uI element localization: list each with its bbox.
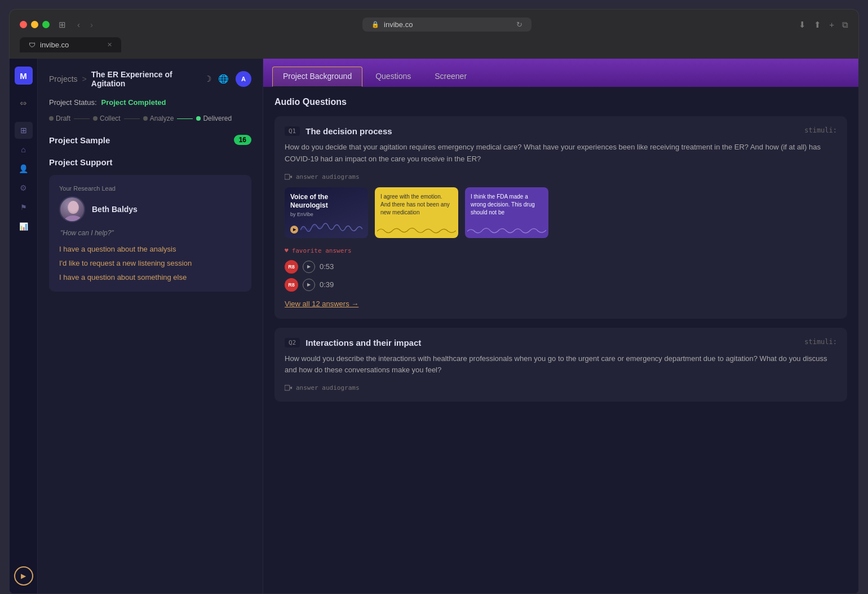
favorite-entry-1: R8 ▶ 0:53 (285, 260, 837, 274)
address-bar[interactable]: 🔒 invibe.co ↻ (362, 17, 532, 32)
tab-project-background[interactable]: Project Background (272, 67, 362, 87)
maximize-window-button[interactable] (42, 21, 50, 28)
globe-icon[interactable]: 🌐 (218, 74, 229, 84)
moon-icon[interactable]: ☽ (204, 74, 211, 84)
q2-stimuli: stimuli: (804, 338, 837, 346)
share-icon[interactable]: ⬆ (814, 20, 821, 30)
breadcrumb: Projects > The ER Experience of Agitatio… (49, 70, 251, 88)
project-support-section: Project Support Your Research Lead Beth … (49, 157, 251, 292)
project-status-row: Project Status: Project Completed (49, 98, 251, 107)
heart-icon: ♥ (285, 247, 289, 254)
research-lead-label: Your Research Lead (59, 185, 241, 192)
progress-steps: Draft Collect Analyze Delivered (49, 115, 251, 122)
link-question-analysis[interactable]: I have a question about the analysis (59, 245, 241, 253)
svg-rect-5 (285, 385, 290, 390)
breadcrumb-current: The ER Experience of Agitation (91, 70, 200, 88)
close-window-button[interactable] (20, 21, 27, 28)
q1-title: The decision process (305, 126, 392, 136)
q1-audiograms-label: answer audiograms (285, 173, 837, 181)
project-sample-row: Project Sample 16 (49, 135, 251, 145)
project-sample-title: Project Sample (49, 135, 110, 145)
respondent-avatar-1: R8 (285, 260, 298, 274)
left-panel: Projects > The ER Experience of Agitatio… (38, 59, 263, 593)
tab-close-icon[interactable]: ✕ (107, 41, 112, 49)
waveform-1 (300, 219, 362, 236)
reload-icon[interactable]: ↻ (516, 20, 522, 29)
app-logo[interactable]: M (15, 67, 33, 85)
q2-title: Interactions and their impact (305, 338, 421, 347)
sidebar-toggle-button[interactable]: ⊞ (55, 19, 69, 31)
question-card-1: Q1 The decision process stimuli: How do … (274, 116, 847, 319)
sidebar-icon-home[interactable]: ⌂ (15, 141, 33, 158)
tabs-overview-icon[interactable]: ⧉ (842, 20, 848, 30)
avatar (59, 196, 85, 222)
sidebar-icon-play-bottom[interactable]: ▶ (14, 566, 33, 586)
respondent-avatar-2: R8 (285, 278, 298, 292)
tab-screener[interactable]: Screener (424, 67, 477, 87)
favorite-answers-section: ♥ favorite answers R8 ▶ 0:53 R8 ▶ (285, 247, 837, 309)
right-panel-content: Audio Questions Q1 The decision process … (263, 87, 858, 593)
sample-count-badge: 16 (234, 135, 251, 145)
q2-audiograms-label: answer audiograms (285, 384, 837, 391)
step-line-3 (177, 118, 193, 119)
q1-number: Q1 (285, 126, 300, 136)
project-status-value: Project Completed (101, 98, 166, 107)
sidebar-icon-grid[interactable]: ⊞ (15, 122, 33, 139)
download-icon[interactable]: ⬇ (799, 20, 806, 30)
audiogram-card-2-text: I agree with the emotion. And there has … (380, 193, 453, 217)
forward-button[interactable]: › (88, 20, 95, 29)
favorite-entry-2: R8 ▶ 0:39 (285, 278, 837, 292)
video-icon-2 (285, 385, 293, 391)
view-all-answers-link[interactable]: View all 12 answers → (285, 300, 358, 308)
audiogram-card-3[interactable]: I think the FDA made a wrong decision. T… (465, 187, 548, 238)
user-avatar[interactable]: A (236, 71, 251, 87)
play-button-1[interactable]: ▶ (303, 261, 315, 273)
tab-questions[interactable]: Questions (365, 67, 422, 87)
svg-point-1 (63, 215, 83, 222)
q2-number: Q2 (285, 338, 300, 347)
audiogram-card-1-subtitle: by EnVibe (290, 212, 362, 217)
sidebar-icon-users[interactable]: 👤 (15, 160, 33, 177)
link-request-session[interactable]: I'd like to request a new listening sess… (59, 259, 241, 267)
lead-name: Beth Baldys (92, 205, 138, 214)
traffic-lights (20, 21, 50, 28)
step-label-analyze: Analyze (150, 115, 174, 122)
new-tab-icon[interactable]: + (829, 20, 834, 30)
sidebar-icon-chart[interactable]: 📊 (15, 218, 33, 235)
browser-tab[interactable]: 🛡 invibe.co ✕ (20, 37, 121, 52)
play-button-2[interactable]: ▶ (303, 279, 315, 291)
link-question-other[interactable]: I have a question about something else (59, 273, 241, 281)
tab-label: invibe.co (40, 41, 69, 49)
sidebar-icon-gear[interactable]: ⚙ (15, 179, 33, 196)
step-line-2 (124, 118, 140, 119)
favorite-label: ♥ favorite answers (285, 247, 837, 254)
audiogram-card-1[interactable]: Voice of the Neurologist by EnVibe ▶ (285, 187, 368, 238)
step-dot-draft (49, 116, 54, 121)
play-indicator-1: ▶ (290, 226, 298, 234)
waveform-3 (467, 225, 546, 236)
minimize-window-button[interactable] (31, 21, 38, 28)
breadcrumb-separator: > (82, 74, 87, 83)
step-label-delivered: Delivered (203, 115, 232, 122)
audio-questions-title: Audio Questions (274, 97, 847, 107)
audiogram-card-2[interactable]: I agree with the emotion. And there has … (375, 187, 458, 238)
waveform-2 (377, 225, 456, 236)
project-status-label: Project Status: (49, 98, 97, 107)
q2-body: How would you describe the interactions … (285, 353, 837, 377)
duration-2: 0:39 (320, 280, 334, 289)
icon-sidebar: M ⇔ ⊞ ⌂ 👤 ⚙ ⚑ 📊 ▶ (10, 59, 38, 593)
step-label-draft: Draft (56, 115, 70, 122)
q1-body: How do you decide that your agitation re… (285, 142, 837, 165)
question-card-2: Q2 Interactions and their impact stimuli… (274, 328, 847, 402)
back-button[interactable]: ‹ (75, 20, 82, 29)
video-icon (285, 174, 293, 180)
support-card: Your Research Lead Beth Baldys "How can … (49, 175, 251, 292)
svg-point-2 (68, 201, 78, 212)
audiogram-card-3-text: I think the FDA made a wrong decision. T… (471, 193, 543, 217)
sidebar-icon-flag[interactable]: ⚑ (15, 199, 33, 215)
q1-stimuli: stimuli: (804, 126, 837, 134)
step-dot-analyze (143, 116, 148, 121)
sidebar-icon-expand[interactable]: ⇔ (15, 95, 33, 112)
breadcrumb-root[interactable]: Projects (49, 74, 78, 83)
lock-icon: 🔒 (371, 21, 379, 28)
